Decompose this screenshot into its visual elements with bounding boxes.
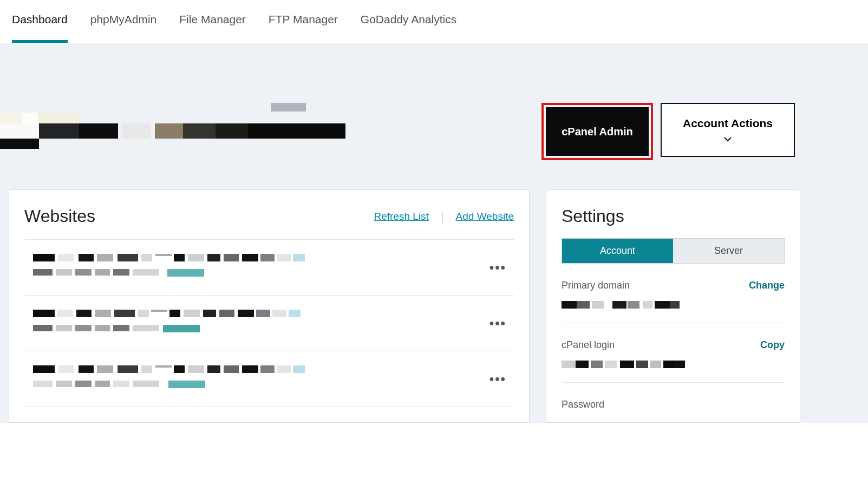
svg-rect-89: [591, 361, 603, 368]
svg-rect-10: [216, 123, 248, 139]
websites-actions: Refresh List | Add Website: [374, 209, 514, 224]
svg-rect-85: [655, 301, 670, 309]
website-menu-button[interactable]: •••: [490, 316, 506, 331]
add-website-link[interactable]: Add Website: [456, 211, 514, 222]
svg-rect-17: [118, 254, 138, 261]
tab-file-manager[interactable]: File Manager: [179, 13, 246, 43]
svg-rect-87: [562, 361, 576, 368]
setting-password: Password: [562, 399, 785, 422]
website-row: •••: [24, 296, 514, 351]
svg-rect-14: [58, 254, 74, 261]
svg-rect-78: [168, 381, 205, 388]
svg-rect-0: [271, 103, 306, 112]
svg-rect-47: [256, 310, 270, 317]
website-menu-button[interactable]: •••: [490, 260, 506, 275]
cpanel-admin-button[interactable]: cPanel Admin: [546, 107, 649, 156]
settings-segment: Account Server: [562, 238, 785, 264]
websites-header: Websites Refresh List | Add Website: [24, 206, 514, 240]
svg-rect-53: [95, 325, 110, 331]
svg-rect-28: [33, 269, 53, 276]
svg-rect-68: [242, 365, 258, 373]
svg-rect-46: [238, 310, 254, 317]
tab-ftp-manager[interactable]: FTP Manager: [269, 13, 338, 43]
svg-rect-41: [151, 310, 167, 312]
svg-rect-27: [293, 254, 305, 261]
svg-rect-62: [141, 365, 152, 373]
svg-rect-82: [612, 301, 626, 309]
refresh-list-link[interactable]: Refresh List: [374, 211, 429, 222]
svg-rect-12: [0, 139, 39, 149]
svg-rect-67: [224, 365, 239, 373]
svg-rect-58: [58, 365, 74, 373]
website-row: •••: [24, 351, 514, 407]
svg-rect-34: [167, 269, 204, 277]
svg-rect-75: [95, 381, 110, 387]
cpanel-admin-highlight: cPanel Admin: [541, 103, 653, 160]
svg-rect-23: [224, 254, 239, 261]
svg-rect-83: [628, 301, 639, 309]
svg-rect-8: [155, 123, 183, 139]
svg-rect-25: [260, 254, 275, 261]
svg-rect-32: [113, 269, 129, 276]
svg-rect-74: [75, 381, 92, 387]
cpanel-login-redacted: [562, 358, 681, 370]
svg-rect-31: [95, 269, 110, 276]
svg-rect-6: [79, 123, 118, 139]
settings-title: Settings: [562, 206, 785, 226]
top-tabs: Dashboard phpMyAdmin File Manager FTP Ma…: [0, 0, 868, 43]
main-content: Websites Refresh List | Add Website •••: [0, 189, 868, 423]
svg-rect-39: [114, 310, 135, 317]
svg-rect-60: [97, 365, 113, 373]
svg-rect-51: [56, 325, 72, 331]
segment-server[interactable]: Server: [673, 239, 784, 263]
svg-rect-86: [670, 301, 680, 309]
svg-rect-49: [289, 310, 301, 317]
svg-rect-95: [675, 361, 685, 368]
svg-rect-16: [97, 254, 113, 261]
svg-rect-15: [79, 254, 94, 261]
svg-rect-7: [122, 123, 151, 139]
svg-rect-93: [650, 361, 661, 368]
svg-rect-30: [75, 269, 92, 276]
svg-rect-91: [620, 361, 634, 368]
svg-rect-94: [663, 361, 675, 368]
setting-label: Password: [562, 399, 604, 410]
svg-rect-26: [277, 254, 291, 261]
svg-rect-48: [272, 310, 286, 317]
svg-rect-19: [155, 254, 172, 256]
chevron-down-icon: [724, 135, 732, 143]
tab-phpmyadmin[interactable]: phpMyAdmin: [90, 13, 157, 43]
svg-rect-36: [57, 310, 73, 317]
svg-rect-76: [113, 381, 129, 387]
svg-rect-65: [188, 365, 204, 373]
tab-dashboard[interactable]: Dashboard: [12, 13, 68, 43]
setting-label: Primary domain: [562, 280, 630, 291]
svg-rect-71: [293, 365, 305, 373]
svg-rect-45: [219, 310, 234, 317]
svg-rect-42: [169, 310, 180, 317]
svg-rect-64: [174, 365, 185, 373]
svg-rect-9: [183, 123, 216, 139]
svg-rect-1: [0, 113, 22, 123]
svg-rect-50: [33, 325, 53, 331]
change-link[interactable]: Change: [749, 280, 785, 291]
svg-rect-54: [113, 325, 129, 331]
svg-rect-2: [22, 113, 38, 123]
account-actions-button[interactable]: Account Actions: [661, 103, 795, 157]
svg-rect-92: [636, 361, 648, 368]
hero-buttons: cPanel Admin Account Actions: [541, 103, 868, 160]
svg-rect-66: [207, 365, 220, 373]
website-info-redacted: [33, 365, 309, 392]
tab-godaddy-analytics[interactable]: GoDaddy Analytics: [361, 13, 456, 43]
svg-rect-77: [133, 381, 159, 387]
primary-domain-redacted: [562, 299, 681, 311]
svg-rect-43: [184, 310, 200, 317]
svg-rect-55: [133, 325, 159, 331]
hero-section: cPanel Admin Account Actions: [0, 43, 868, 189]
segment-account[interactable]: Account: [562, 239, 673, 263]
website-menu-button[interactable]: •••: [490, 371, 506, 387]
svg-rect-21: [188, 254, 204, 261]
copy-link[interactable]: Copy: [760, 339, 785, 351]
websites-title: Websites: [24, 206, 95, 226]
svg-rect-70: [277, 365, 291, 373]
